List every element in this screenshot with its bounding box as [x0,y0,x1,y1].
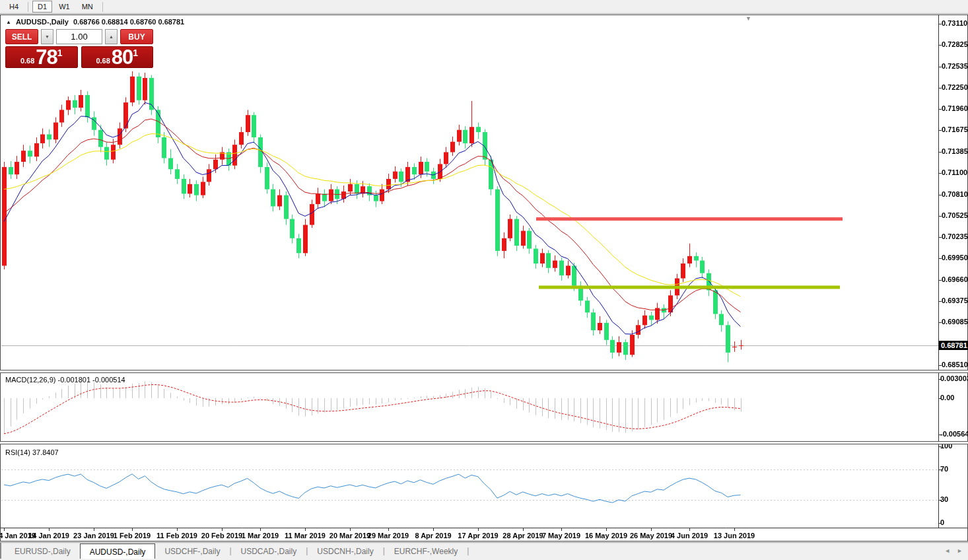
chart-tab-bar: EURUSD-,DailyAUDUSD-,DailyUSDCHF-,Daily|… [0,542,968,559]
timeframe-button-d1[interactable]: D1 [32,1,52,13]
collapse-chart-icon[interactable]: ▲ [6,19,11,25]
tab-separator: | [467,546,469,555]
buy-price-big-digits: 80 [112,47,133,68]
chart-symbol-label: AUDUSD-,Daily [16,18,69,26]
rsi-indicator-label: RSI(14) 37.8407 [5,448,59,456]
chart-canvas[interactable] [0,15,968,543]
buy-price-prefix: 0.68 [96,57,110,65]
chart-tab-audusd[interactable]: AUDUSD-,Daily [80,543,156,559]
timeframe-button-mn[interactable]: MN [77,1,98,13]
trading-platform: { "toolbar": { "timeframes": [ {"label":… [0,0,968,560]
chart-tab-eurchf[interactable]: EURCHF-,Weekly [385,543,467,559]
buy-button[interactable]: BUY [120,29,153,44]
tab-scroll-right-icon[interactable]: ► [957,547,963,554]
sell-price-big-digits: 78 [36,47,57,68]
trade-panel-prices: 0.68781 0.68801 [5,46,153,68]
macd-panel-splitter[interactable] [0,370,968,373]
volume-input[interactable] [56,29,102,44]
sell-button[interactable]: SELL [5,29,38,44]
one-click-trading-panel: SELL ▼ ▲ BUY 0.68781 0.68801 [5,29,153,68]
timeframe-button-w1[interactable]: W1 [53,1,75,13]
chart-shift-marker-icon[interactable]: ▼ [745,15,751,22]
toolbar-separator [28,2,28,12]
chart-title: ▲ AUDUSD-,Daily 0.68766 0.68814 0.68760 … [6,18,184,26]
sell-price-display[interactable]: 0.68781 [5,46,78,68]
chart-tab-eurusd[interactable]: EURUSD-,Daily [5,543,80,559]
tab-scroll-controls: ◄ ► [944,547,963,554]
current-price-tag: 0.68781 [939,341,968,350]
rsi-panel-splitter[interactable] [0,441,968,444]
macd-indicator-label: MACD(12,26,9) -0.001801 -0.000514 [5,376,125,384]
toolbar-separator [102,2,103,12]
trade-panel-row: SELL ▼ ▲ BUY [5,29,153,44]
chart-tab-usdchf[interactable]: USDCHF-,Daily [155,543,229,559]
chart-ohlc-values: 0.68766 0.68814 0.68760 0.68781 [73,18,184,26]
timeframe-button-h4[interactable]: H4 [4,1,24,13]
buy-price-display[interactable]: 0.68801 [81,46,154,68]
tab-scroll-left-icon[interactable]: ◄ [944,547,950,554]
sell-price-pip-digit: 1 [57,48,63,58]
sell-price-prefix: 0.68 [20,57,34,65]
buy-price-pip-digit: 1 [133,48,138,58]
timeframe-toolbar: H4D1W1MN [0,0,968,14]
volume-decrease-button[interactable]: ▼ [41,29,53,44]
chart-tab-usdcnh[interactable]: USDCNH-,Daily [308,543,382,559]
chart-tab-usdcad[interactable]: USDCAD-,Daily [232,543,306,559]
volume-increase-button[interactable]: ▲ [105,29,118,44]
